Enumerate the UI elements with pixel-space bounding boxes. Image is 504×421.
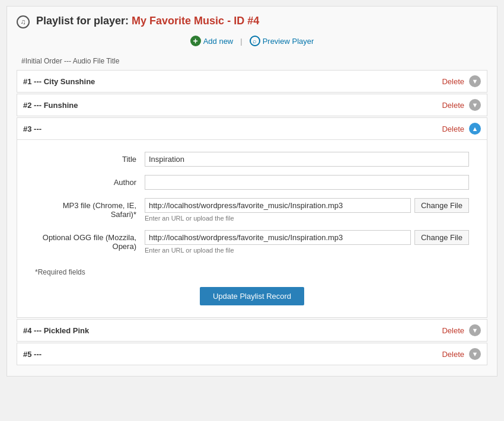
title-label: Title — [35, 152, 145, 164]
item-3-form: Title Author MP3 file (Chrome, IE, Safar… — [17, 139, 487, 317]
mp3-input[interactable] — [145, 198, 411, 213]
search-icon: ⌕ — [250, 36, 260, 46]
item-3-label: #3 --- — [23, 125, 42, 133]
item-3-header: #3 --- Delete ▲ — [17, 118, 487, 139]
mp3-hint: Enter an URL or upload the file — [145, 215, 469, 222]
submit-row: Update Playlist Record — [35, 285, 469, 305]
item-3-arrow-btn[interactable]: ▲ — [469, 123, 481, 135]
item-2-arrow-btn[interactable]: ▼ — [469, 99, 481, 111]
author-field — [145, 175, 469, 190]
preview-player-link[interactable]: ⌕ Preview Player — [250, 36, 314, 46]
toolbar: + Add new | ⌕ Preview Player — [17, 36, 487, 46]
playlist-name: My Favorite Music - ID #4 — [132, 15, 259, 27]
item-1-label: #1 --- City Sunshine — [23, 77, 95, 86]
page-title: ♫ Playlist for player: My Favorite Music… — [17, 15, 487, 28]
item-2-delete[interactable]: Delete — [442, 101, 464, 110]
item-2-label: #2 --- Funshine — [23, 101, 78, 110]
ogg-hint: Enter an URL or upload the file — [145, 247, 469, 254]
item-4-actions: Delete ▼ — [442, 324, 481, 336]
ogg-input[interactable] — [145, 230, 411, 245]
item-4-delete[interactable]: Delete — [442, 326, 464, 335]
mp3-row: MP3 file (Chrome, IE, Safari)* Change Fi… — [35, 198, 469, 222]
mp3-field: Change File Enter an URL or upload the f… — [145, 198, 469, 222]
mp3-label: MP3 file (Chrome, IE, Safari)* — [35, 198, 145, 219]
item-1-delete[interactable]: Delete — [442, 77, 464, 86]
item-4-arrow-btn[interactable]: ▼ — [469, 324, 481, 336]
item-5-label: #5 --- — [23, 350, 42, 359]
ogg-change-file-btn[interactable]: Change File — [414, 230, 469, 245]
title-row: Title — [35, 152, 469, 167]
playlist-container: #1 --- City Sunshine Delete ▼ #2 --- Fun… — [17, 70, 487, 365]
item-3-actions: Delete ▲ — [442, 123, 481, 135]
item-5-arrow-btn[interactable]: ▼ — [469, 348, 481, 360]
toolbar-separator: | — [240, 37, 242, 46]
add-new-link[interactable]: + Add new — [190, 36, 234, 46]
author-input[interactable] — [145, 175, 469, 190]
playlist-item-4: #4 --- Pickled Pink Delete ▼ — [17, 319, 487, 342]
item-5-delete[interactable]: Delete — [442, 350, 464, 359]
required-note: *Required fields — [35, 262, 469, 285]
item-1-arrow-btn[interactable]: ▼ — [469, 75, 481, 87]
item-4-label: #4 --- Pickled Pink — [23, 326, 89, 335]
column-header: #Initial Order --- Audio File Title — [17, 55, 487, 70]
ogg-row: Optional OGG file (Mozzila, Opera) Chang… — [35, 230, 469, 254]
author-row: Author — [35, 175, 469, 190]
item-2-actions: Delete ▼ — [442, 99, 481, 111]
ogg-field: Change File Enter an URL or upload the f… — [145, 230, 469, 254]
playlist-item-1: #1 --- City Sunshine Delete ▼ — [17, 70, 487, 93]
item-3-delete[interactable]: Delete — [442, 125, 464, 133]
add-icon: + — [190, 36, 201, 46]
page-container: ♫ Playlist for player: My Favorite Music… — [7, 6, 497, 377]
author-label: Author — [35, 175, 145, 187]
title-input[interactable] — [145, 152, 469, 167]
playlist-item-2: #2 --- Funshine Delete ▼ — [17, 94, 487, 116]
title-field — [145, 152, 469, 167]
mp3-change-file-btn[interactable]: Change File — [414, 198, 469, 213]
item-1-actions: Delete ▼ — [442, 75, 481, 87]
playlist-item-3: #3 --- Delete ▲ Title Author — [17, 117, 487, 318]
ogg-label: Optional OGG file (Mozzila, Opera) — [35, 230, 145, 251]
update-playlist-btn[interactable]: Update Playlist Record — [200, 287, 304, 305]
item-5-actions: Delete ▼ — [442, 348, 481, 360]
playlist-item-5: #5 --- Delete ▼ — [17, 343, 487, 365]
music-icon: ♫ — [17, 15, 30, 28]
